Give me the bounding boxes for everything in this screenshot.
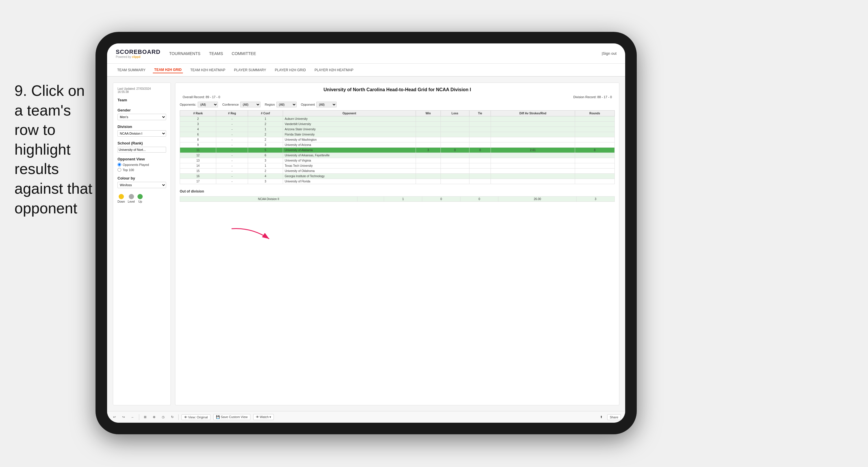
sidebar: Last Updated: 27/03/2024 16:55:38 Team G… bbox=[113, 83, 171, 405]
last-updated-date: Last Updated: 27/03/2024 bbox=[118, 87, 166, 90]
nav-committee[interactable]: COMMITTEE bbox=[232, 50, 256, 57]
sign-out-button[interactable]: Sign out bbox=[602, 51, 617, 56]
subnav-player-h2h-heatmap[interactable]: PLAYER H2H HEATMAP bbox=[313, 67, 355, 73]
table-row[interactable]: 8 - 2 University of Washington bbox=[180, 137, 615, 142]
table-row[interactable]: 9 - 3 University of Arizona bbox=[180, 142, 615, 148]
cell-opponent: Georgia Institute of Technology bbox=[283, 174, 415, 179]
out-of-division-header: Out of division bbox=[180, 189, 615, 194]
division-section: Division NCAA Division I bbox=[118, 124, 166, 137]
division-record-label: Division Record: bbox=[574, 95, 596, 99]
radio-opponents-played[interactable]: Opponents Played bbox=[118, 163, 166, 167]
cell-loss bbox=[440, 179, 469, 184]
toolbar-view-original[interactable]: 👁 View: Original bbox=[182, 414, 210, 420]
filter-region-select[interactable]: (All) bbox=[276, 101, 297, 108]
table-row[interactable]: 17 - 3 University of Florida bbox=[180, 179, 615, 184]
cell-rank: 9 bbox=[180, 142, 216, 148]
toolbar-share-icon[interactable]: ⬆ bbox=[598, 414, 604, 420]
odd-loss: 0 bbox=[422, 197, 460, 202]
grid-area: University of North Carolina Head-to-Hea… bbox=[175, 83, 619, 405]
legend-level: Level bbox=[128, 194, 135, 203]
table-row[interactable]: 11 - 5 University of Alabama 3 0 0 2.61 … bbox=[180, 148, 615, 153]
division-select[interactable]: NCAA Division I bbox=[118, 130, 166, 137]
filter-region-label: Region bbox=[265, 103, 275, 106]
cell-tie bbox=[469, 163, 491, 169]
cell-win: 3 bbox=[416, 148, 440, 153]
cell-opponent: Florida State University bbox=[283, 132, 415, 137]
filter-opponents-select[interactable]: (All) bbox=[198, 101, 218, 108]
cell-loss bbox=[440, 174, 469, 179]
colour-by-select[interactable]: Win/loss bbox=[118, 182, 166, 188]
cell-tie bbox=[469, 179, 491, 184]
sub-navigation: TEAM SUMMARY TEAM H2H GRID TEAM H2H HEAT… bbox=[107, 64, 625, 77]
cell-tie bbox=[469, 137, 491, 142]
toolbar-back[interactable]: ← bbox=[129, 415, 136, 420]
school-input[interactable] bbox=[118, 147, 166, 153]
table-row[interactable]: 6 - 2 Florida State University bbox=[180, 132, 615, 137]
division-record-value: 88 - 17 - 0 bbox=[597, 95, 612, 99]
toolbar-grid-icon[interactable]: ⊞ bbox=[142, 414, 148, 420]
legend-level-label: Level bbox=[128, 200, 135, 203]
radio-top100-input[interactable] bbox=[118, 168, 121, 172]
cell-reg: - bbox=[216, 148, 248, 153]
cell-win bbox=[416, 137, 440, 142]
odd-rounds: 3 bbox=[577, 197, 615, 202]
table-row[interactable]: 4 - 1 Arizona State University bbox=[180, 127, 615, 132]
toolbar-separator-2 bbox=[178, 414, 179, 420]
radio-opponents-played-input[interactable] bbox=[118, 163, 121, 167]
team-label: Team bbox=[118, 98, 166, 102]
cell-opponent: Vanderbilt University bbox=[283, 122, 415, 127]
legend-up-dot bbox=[137, 194, 143, 199]
logo-powered-by: Powered by clippd bbox=[116, 55, 160, 58]
cell-loss bbox=[440, 163, 469, 169]
cell-opponent: Arizona State University bbox=[283, 127, 415, 132]
toolbar-save-custom[interactable]: 💾 Save Custom View bbox=[213, 414, 250, 420]
toolbar-share-button[interactable]: Share bbox=[607, 414, 621, 420]
subnav-player-h2h-grid[interactable]: PLAYER H2H GRID bbox=[274, 67, 307, 73]
nav-tournaments[interactable]: TOURNAMENTS bbox=[169, 50, 200, 57]
h2h-table: # Rank # Reg # Conf Opponent Win Loss Ti… bbox=[180, 110, 615, 184]
table-row[interactable]: 13 - 3 University of Virginia bbox=[180, 158, 615, 163]
toolbar-refresh-icon[interactable]: ↻ bbox=[169, 414, 176, 420]
table-row[interactable]: 14 - 1 Texas Tech University bbox=[180, 163, 615, 169]
filter-conference: Conference (All) bbox=[222, 101, 260, 108]
table-row[interactable]: 12 - 6 University of Arkansas, Fayettevi… bbox=[180, 153, 615, 158]
subnav-team-summary[interactable]: TEAM SUMMARY bbox=[116, 67, 147, 73]
toolbar-time-icon[interactable]: ◷ bbox=[160, 414, 166, 420]
school-label: School (Rank) bbox=[118, 141, 166, 145]
toolbar-redo[interactable]: ↪ bbox=[120, 414, 126, 420]
cell-loss bbox=[440, 169, 469, 174]
filter-opponent-select[interactable]: (All) bbox=[316, 101, 337, 108]
cell-tie bbox=[469, 116, 491, 122]
table-row[interactable]: 15 - 2 University of Oklahoma bbox=[180, 169, 615, 174]
nav-teams[interactable]: TEAMS bbox=[209, 50, 223, 57]
cell-diff bbox=[491, 163, 575, 169]
cell-diff bbox=[491, 142, 575, 148]
th-rounds: Rounds bbox=[575, 111, 615, 116]
cell-reg: - bbox=[216, 174, 248, 179]
cell-diff bbox=[491, 153, 575, 158]
radio-top100[interactable]: Top 100 bbox=[118, 168, 166, 172]
toolbar-add-icon[interactable]: ⊕ bbox=[151, 414, 157, 420]
cell-conf: 1 bbox=[248, 116, 283, 122]
table-row[interactable]: 16 - 4 Georgia Institute of Technology bbox=[180, 174, 615, 179]
toolbar-watch[interactable]: 👁 Watch ▾ bbox=[253, 414, 274, 420]
cell-win bbox=[416, 122, 440, 127]
gender-select[interactable]: Men's bbox=[118, 114, 166, 120]
table-row[interactable]: 3 - 2 Vanderbilt University bbox=[180, 122, 615, 127]
filter-conference-select[interactable]: (All) bbox=[240, 101, 260, 108]
cell-opponent: Auburn University bbox=[283, 116, 415, 122]
gender-section: Gender Men's bbox=[118, 108, 166, 120]
cell-reg: - bbox=[216, 163, 248, 169]
cell-loss bbox=[440, 132, 469, 137]
subnav-team-h2h-heatmap[interactable]: TEAM H2H HEATMAP bbox=[189, 67, 227, 73]
table-row[interactable]: NCAA Division II 1 0 0 26.00 3 bbox=[180, 197, 615, 202]
subnav-team-h2h-grid[interactable]: TEAM H2H GRID bbox=[153, 67, 183, 73]
grid-records: Overall Record: 89 - 17 - 0 Division Rec… bbox=[180, 95, 615, 99]
out-of-division-body: NCAA Division II 1 0 0 26.00 3 bbox=[180, 197, 615, 202]
toolbar-undo[interactable]: ↩ bbox=[112, 414, 118, 420]
opponent-view-radios: Opponents Played Top 100 bbox=[118, 163, 166, 172]
table-row[interactable]: 2 - 1 Auburn University bbox=[180, 116, 615, 122]
subnav-player-summary[interactable]: PLAYER SUMMARY bbox=[233, 67, 268, 73]
cell-win bbox=[416, 174, 440, 179]
colour-by-section: Colour by Win/loss bbox=[118, 176, 166, 188]
